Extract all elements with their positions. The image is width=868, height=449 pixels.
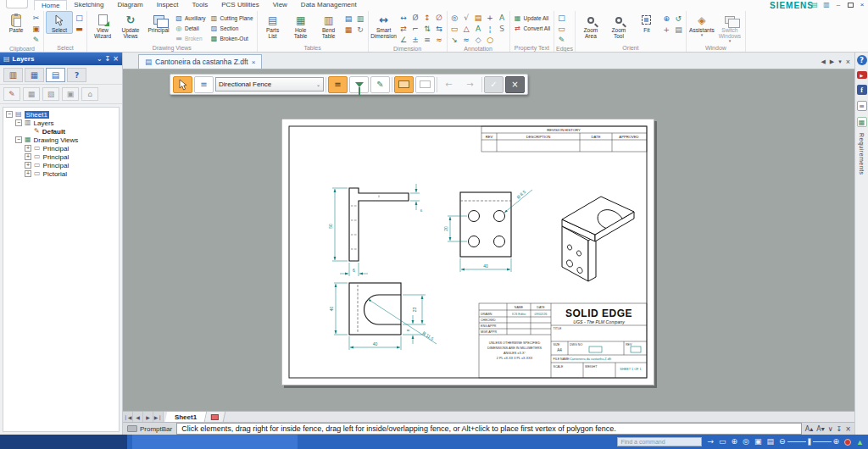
center-mark-icon[interactable]: + (485, 13, 496, 23)
next-sheet-icon[interactable]: ▶ (143, 412, 153, 422)
callout-icon[interactable]: ▭ (449, 24, 460, 34)
find-command-input[interactable] (617, 437, 702, 446)
angle-between-icon[interactable]: ∠ (398, 35, 409, 45)
tree-item-label[interactable]: Default (42, 128, 65, 136)
symmetric-diameter-icon[interactable]: ± (410, 35, 421, 45)
facebook-icon[interactable]: f (857, 85, 867, 95)
fit-screen-icon[interactable]: ▭ (719, 438, 726, 446)
hole-table-options-icon[interactable]: ▦ (343, 25, 354, 35)
font-decrease-icon[interactable]: A▾ (816, 425, 825, 433)
chamfer-dimension-icon[interactable]: ⌐ (410, 24, 421, 34)
collapse-box-icon[interactable]: − (15, 119, 22, 126)
surface-texture-icon[interactable]: √ (461, 13, 472, 23)
minimize-button[interactable]: – (834, 1, 843, 8)
visible-edges-icon[interactable]: □ (556, 13, 567, 23)
cut-icon[interactable]: ✂ (31, 13, 42, 23)
edge-painter-icon[interactable]: ✎ (556, 35, 567, 45)
tree-item-label[interactable]: Principal (43, 145, 70, 152)
zoom-tool-button[interactable]: Zoom Tool (605, 11, 632, 40)
text-icon[interactable]: A (497, 13, 508, 23)
feature-control-frame-icon[interactable]: ▤ (473, 13, 484, 23)
record-icon[interactable] (844, 439, 851, 446)
first-sheet-icon[interactable]: ❘◀ (123, 412, 133, 422)
select-tools-tab-icon[interactable]: ▦ (25, 68, 44, 82)
update-tables-icon[interactable]: ↻ (355, 25, 366, 35)
zoom-in-icon[interactable]: ⊕ (732, 438, 738, 446)
bolt-hole-circle-icon[interactable]: ○ (485, 35, 496, 45)
select-button[interactable]: Select (46, 11, 73, 34)
selection-filter-button[interactable] (349, 76, 369, 93)
section-view-item[interactable]: ▨Section (209, 24, 255, 33)
requirements-tab-label[interactable]: Requirements (859, 133, 865, 175)
dimension-axis-icon[interactable]: ⇆ (434, 24, 445, 34)
zoom-dynamic-icon[interactable]: ◎ (743, 438, 749, 446)
drawing-sheet[interactable]: REVISION HISTORY REV DESCRIPTION DATE AP… (281, 119, 654, 385)
tree-item-principal[interactable]: +▭Principal (3, 144, 119, 152)
smart-diameter-icon[interactable]: Ø (410, 13, 421, 23)
pan-icon[interactable]: + (661, 25, 672, 35)
collapse-icon[interactable]: ∨ (828, 425, 833, 433)
centerline-icon[interactable]: ¦ (485, 24, 496, 34)
cancel-button[interactable]: × (505, 76, 525, 93)
copy-icon[interactable]: ▣ (31, 24, 42, 34)
close-button[interactable]: × (858, 1, 866, 8)
tree-item-layers[interactable]: −▥Layers (3, 119, 119, 127)
previous-view-icon[interactable]: ↺ (673, 14, 684, 24)
hole-callout-icon[interactable]: ∅ (434, 13, 445, 23)
select-tool-button[interactable] (173, 76, 192, 93)
prompt-options-button[interactable]: ≡ (194, 76, 214, 93)
top-level-filter-button[interactable]: ≡ (328, 76, 348, 93)
zoom-slider[interactable]: ⊖ ⊕ (779, 438, 839, 446)
format-painter-icon[interactable]: ✎ (31, 35, 42, 45)
zoom-area-button[interactable]: Zoom Area (577, 11, 604, 40)
accept-button[interactable]: ✓ (484, 76, 504, 93)
smart-dimension-button[interactable]: ↔ Smart Dimension (370, 11, 398, 40)
view-wizard-button[interactable]: View Wizard (89, 11, 116, 40)
panel-pin-icon[interactable]: ↧ (105, 55, 111, 63)
convert-all-button[interactable]: ⇄Convert All (512, 24, 552, 33)
tab-close-icon[interactable]: × (846, 58, 850, 66)
style-icon[interactable]: ▤ (810, 1, 819, 8)
zoom-out-icon[interactable]: ⊖ (779, 438, 786, 446)
panel-close-icon[interactable]: × (113, 55, 119, 63)
menu-tab-sketching[interactable]: Sketching (67, 0, 110, 10)
collapse-box-icon[interactable]: − (6, 111, 13, 118)
layers-tab-icon[interactable]: ▤ (46, 68, 65, 82)
bend-table-options-icon[interactable]: ▥ (355, 14, 366, 24)
tree-item-pictorial[interactable]: +▭Pictorial (3, 169, 119, 178)
balloon-icon[interactable]: ◎ (449, 13, 460, 23)
principal-view-button[interactable]: Principal (145, 11, 172, 34)
help-tab-icon[interactable]: ? (67, 68, 86, 82)
weld-symbol-icon[interactable]: △ (461, 24, 472, 34)
broken-view-item[interactable]: ▬Broken (173, 34, 208, 43)
auxiliary-view-item[interactable]: ▧Auxiliary (173, 14, 208, 23)
run-command-arrow-icon[interactable]: → (707, 438, 714, 446)
show-layer-icon[interactable]: ▦ (23, 87, 40, 101)
expand-box-icon[interactable]: + (25, 170, 31, 177)
panel-chevron-icon[interactable]: ⌄ (97, 55, 103, 63)
validate-select-button[interactable]: ✎ (370, 76, 390, 93)
auto-dimension-icon[interactable]: ≈ (434, 35, 445, 45)
text-profile-icon[interactable]: S (497, 24, 508, 34)
zoom-icon[interactable]: ⊕ (661, 14, 672, 24)
prompt-close-icon[interactable]: × (845, 425, 851, 433)
update-all-button[interactable]: ▦Update All (512, 14, 552, 23)
polygon-fence-button[interactable] (415, 76, 435, 93)
tree-item-default[interactable]: ✎Default (3, 127, 119, 136)
last-sheet-icon[interactable]: ▶❘ (153, 412, 164, 422)
zoom-in-slider-icon[interactable]: ⊕ (833, 438, 840, 446)
tree-item-drawing-views[interactable]: −▦Drawing Views (3, 136, 119, 144)
update-views-button[interactable]: ↻ Update Views (117, 11, 144, 40)
leader-icon[interactable]: ↘ (449, 35, 460, 45)
requirements-icon[interactable]: ▦ (857, 117, 867, 127)
expand-box-icon[interactable]: + (25, 153, 31, 160)
menu-tab-tools[interactable]: Tools (186, 0, 215, 10)
background-sheet-tab[interactable] (205, 412, 226, 422)
menu-tab-diagram[interactable]: Diagram (110, 0, 149, 10)
document-tab-close-icon[interactable]: × (252, 58, 256, 66)
expand-box-icon[interactable]: + (25, 162, 31, 169)
select-options-icon[interactable]: □ (74, 13, 85, 23)
tree-item-label[interactable]: Drawing Views (34, 136, 79, 144)
tree-item-principal[interactable]: +▭Principal (3, 161, 119, 169)
tab-list-icon[interactable]: ▾ (838, 58, 842, 65)
